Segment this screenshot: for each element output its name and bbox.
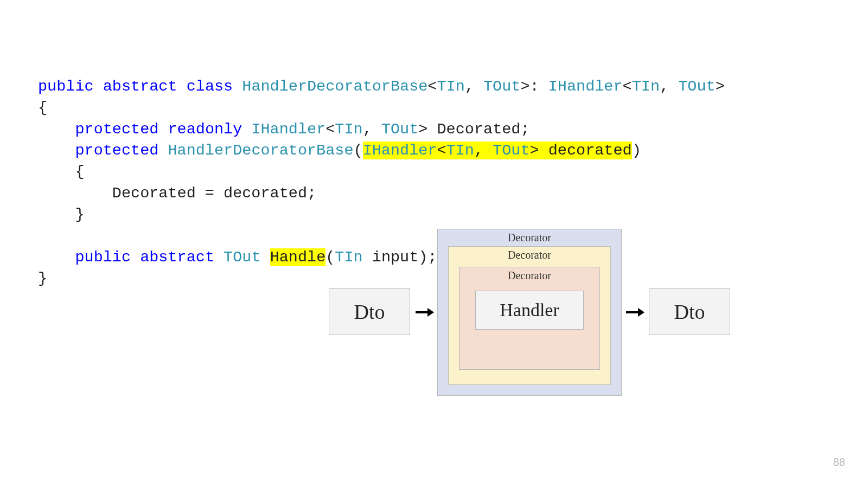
code-text: > [418,120,427,138]
arrow-icon [626,308,644,317]
code-text: { [38,99,47,117]
dto-out-box: Dto [649,288,730,335]
arrow-icon [416,308,434,317]
decorator-outer-label: Decorator [438,232,621,244]
decorator-middle-label: Decorator [449,249,610,261]
code-text: Decorated; [427,120,529,138]
code-text: ( [354,142,363,159]
code-text: , [474,142,493,159]
highlight-method: Handle [270,248,326,266]
keyword-readonly: readonly [168,120,242,138]
type-param: TIn [632,78,660,95]
keyword-abstract: abstract [103,78,177,95]
code-text: } [38,269,47,287]
handler-box: Handler [475,291,584,330]
decorator-inner-label: Decorator [459,269,599,282]
keyword-public: public [75,248,131,266]
type-param: TOut [493,142,529,159]
type-param: TIn [335,120,362,138]
code-text: < [427,78,437,95]
svg-marker-1 [427,308,434,317]
keyword-class: class [187,78,233,95]
code-text: { [75,163,84,181]
keyword-protected: protected [75,120,158,138]
type-param: TOut [483,78,520,95]
dto-out-label: Dto [674,300,705,324]
highlight-constructor-param: IHandler<TIn, TOut> decorated [363,142,632,159]
code-text: ) [632,142,641,159]
code-text: > [520,78,529,95]
code-text: , [363,120,381,138]
type-param: TIn [446,142,474,159]
type-param: TOut [224,248,260,266]
svg-marker-3 [638,308,644,317]
type-name: HandlerDecoratorBase [242,78,427,95]
code-text: < [326,120,335,138]
type-name: IHandler [363,142,437,159]
code-text: decorated [539,142,632,159]
code-text: , [660,78,678,95]
code-text: > [530,142,539,159]
type-name: HandlerDecoratorBase [168,142,353,159]
slide: public abstract class HandlerDecoratorBa… [0,0,868,488]
type-param: TOut [381,120,418,138]
code-text: } [75,206,84,223]
type-name: IHandler [548,78,623,95]
code-text: , [465,78,483,95]
page-number: 88 [833,456,845,468]
decorator-diagram: Dto Decorator Decorator Decorator Handle… [329,229,730,397]
code-text: > [716,78,725,95]
dto-in-label: Dto [354,300,385,324]
type-param: TIn [437,78,464,95]
keyword-protected: protected [75,142,158,159]
keyword-public: public [38,78,94,95]
type-name: IHandler [251,120,326,138]
code-text: < [437,142,446,159]
code-text: : [530,78,548,95]
code-text: Decorated = decorated; [112,184,316,202]
type-param: TOut [678,78,715,95]
handler-label: Handler [476,291,583,329]
code-text: < [623,78,632,95]
keyword-abstract: abstract [140,248,214,266]
dto-in-box: Dto [329,288,410,335]
